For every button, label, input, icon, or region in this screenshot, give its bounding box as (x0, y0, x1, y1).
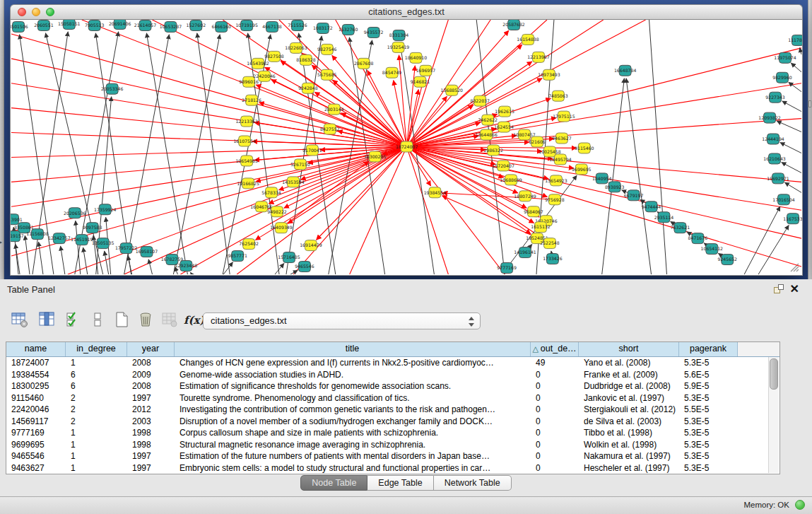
network-edge[interactable] (38, 242, 42, 274)
network-node[interactable]: 4667138 (262, 21, 282, 32)
network-node[interactable]: 1083172 (313, 23, 333, 33)
table-row[interactable]: 911546021997Tourette syndrome. Phenomeno… (6, 392, 779, 404)
tab-node-table[interactable]: Node Table (300, 475, 367, 491)
network-edge[interactable] (83, 247, 88, 274)
minimize-window-button[interactable] (32, 8, 40, 16)
network-node[interactable]: 9857771 (228, 251, 247, 262)
network-edge[interactable] (406, 147, 552, 159)
network-node[interactable]: 10654985 (235, 156, 257, 166)
network-node[interactable]: 9115460 (575, 143, 594, 153)
column-header-pagerank[interactable]: pagerank (679, 342, 738, 356)
network-node[interactable]: 8501506 (11, 21, 28, 32)
network-node[interactable]: 9474444 (642, 201, 661, 212)
network-node[interactable]: 10719195 (235, 20, 257, 30)
network-edge[interactable] (11, 147, 406, 232)
show-columns-button[interactable] (35, 309, 58, 332)
table-row[interactable]: 946554611997Estimation of the future num… (6, 450, 779, 462)
network-node[interactable]: 8331304 (389, 30, 409, 40)
network-edge[interactable] (406, 119, 801, 147)
table-row[interactable]: 1872400712008Changes of HCN gene express… (6, 357, 779, 369)
network-node[interactable]: 7462622 (478, 115, 498, 125)
network-edge[interactable] (782, 101, 801, 112)
table-vertical-scrollbar[interactable] (768, 357, 779, 473)
function-builder-button[interactable]: f(x) (182, 309, 205, 332)
network-node[interactable]: 9829960 (772, 72, 792, 83)
right-rail-handle-icon[interactable] (808, 100, 811, 107)
network-node[interactable]: 5675685 (317, 69, 337, 80)
network-node[interactable]: 2935114 (654, 212, 674, 223)
network-canvas[interactable]: 1872400718226063982750881863289827546165… (11, 20, 802, 274)
network-node[interactable]: 11451919 (71, 235, 93, 245)
network-node[interactable]: 16648784 (614, 65, 636, 76)
network-node[interactable]: 15716485 (278, 252, 300, 263)
network-edge[interactable] (744, 206, 780, 274)
import-table-button[interactable] (158, 309, 181, 332)
column-header-out_de[interactable]: △out_de… (531, 342, 579, 356)
table-row[interactable]: 946362711997Embryonic stem cells: a mode… (6, 462, 779, 474)
network-node[interactable]: 8322037 (470, 95, 490, 106)
network-node[interactable]: 1624554 (494, 122, 514, 132)
network-edge[interactable] (649, 20, 667, 274)
float-panel-button[interactable] (772, 284, 785, 296)
column-header-name[interactable]: name (6, 342, 66, 356)
table-selector-dropdown[interactable]: citations_edges.txt (203, 313, 481, 329)
network-node[interactable]: 1527602 (187, 20, 206, 30)
column-header-title[interactable]: title (175, 342, 531, 356)
create-table-button[interactable] (110, 309, 133, 332)
table-row[interactable]: 1830029562008Estimation of significance … (6, 380, 779, 392)
network-node[interactable]: 10653287 (160, 21, 182, 32)
network-node[interactable]: 12213967 (527, 52, 549, 62)
network-node[interactable]: 10654112 (701, 244, 723, 255)
network-edge[interactable] (61, 246, 65, 274)
tab-edge-table[interactable]: Edge Table (367, 475, 433, 491)
column-header-in_degree[interactable]: in_degree (66, 342, 127, 356)
network-node[interactable]: 1117804 (788, 35, 802, 45)
network-edge[interactable] (406, 48, 801, 147)
network-node[interactable]: 16914479 (300, 240, 322, 251)
network-node[interactable]: 14196141 (514, 247, 536, 258)
network-node[interactable]: 2867608 (354, 58, 374, 69)
network-node[interactable]: 621606 (529, 136, 546, 147)
network-edge[interactable] (105, 251, 109, 274)
network-node[interactable]: 13505135 (92, 238, 114, 249)
network-node[interactable]: 15692971 (767, 173, 789, 184)
network-node[interactable]: 8938923 (605, 182, 625, 192)
network-node[interactable]: 9463627 (552, 133, 572, 144)
network-node[interactable]: 7625402 (239, 239, 259, 250)
network-edge[interactable] (791, 63, 801, 72)
network-node[interactable]: 8186328 (296, 54, 316, 65)
network-node[interactable]: 5678334 (261, 187, 281, 198)
network-node[interactable]: 1167533 (783, 214, 802, 224)
network-node[interactable]: 13644866 (475, 129, 497, 140)
network-node[interactable]: 7515526 (288, 20, 307, 30)
network-edge[interactable] (777, 121, 801, 132)
network-node[interactable]: 1532760 (339, 24, 358, 35)
column-header-short[interactable]: short (579, 342, 679, 356)
network-edge[interactable] (275, 263, 284, 274)
network-node[interactable]: 15720407 (492, 160, 514, 171)
network-edge[interactable] (252, 141, 406, 147)
network-node[interactable]: 17957222 (115, 243, 137, 254)
network-edge[interactable] (256, 85, 406, 147)
network-node[interactable]: 2060551 (34, 20, 54, 30)
network-node[interactable]: 20587682 (502, 20, 524, 30)
network-node[interactable]: 1840954 (592, 173, 612, 184)
select-columns-button[interactable] (62, 309, 85, 332)
network-edge[interactable] (758, 226, 789, 274)
right-collapse-rail[interactable] (808, 0, 812, 279)
close-window-button[interactable] (18, 8, 26, 16)
network-node[interactable]: 20691406 (109, 20, 131, 29)
network-node[interactable]: 16210643 (763, 153, 785, 164)
network-node[interactable]: 7485063 (548, 90, 568, 101)
table-settings-button[interactable] (8, 309, 31, 332)
table-row[interactable]: 1456911722003Disruption of a novel membe… (6, 416, 779, 428)
network-node[interactable]: 18640910 (405, 52, 427, 63)
table-row[interactable]: 2242004622012Investigating the contribut… (6, 404, 779, 416)
network-node[interactable]: 18807249 (514, 191, 536, 201)
memory-status-indicator[interactable] (795, 500, 805, 510)
network-node[interactable]: 15058151 (58, 20, 80, 29)
network-node[interactable]: 8454749 (382, 67, 402, 78)
network-edge[interactable] (399, 55, 406, 147)
network-edge[interactable] (782, 163, 801, 173)
table-row[interactable]: 977716911998Corpus callosum shape and si… (6, 427, 779, 439)
